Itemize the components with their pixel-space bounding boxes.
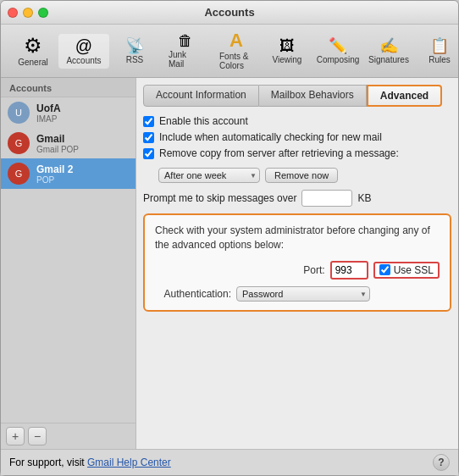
prompt-label: Prompt me to skip messages over xyxy=(143,192,296,204)
accounts-icon: @ xyxy=(75,37,92,54)
avatar-gmail2: G xyxy=(8,163,30,185)
tab-mailbox-behaviors[interactable]: Mailbox Behaviors xyxy=(259,85,367,107)
remove-now-button[interactable]: Remove now xyxy=(265,168,338,183)
acct-type-gmail2: POP xyxy=(36,175,73,185)
toolbar-item-general[interactable]: ⚙ General xyxy=(8,32,58,70)
titlebar: Accounts xyxy=(1,1,458,25)
toolbar-item-fonts-colors[interactable]: A Fonts & Colors xyxy=(211,28,262,74)
gear-icon: ⚙ xyxy=(24,36,42,56)
remove-after-select[interactable]: After one week Right away After one day … xyxy=(158,168,260,183)
help-button[interactable]: ? xyxy=(433,454,450,471)
traffic-lights xyxy=(8,8,48,18)
tab-bar: Account Information Mailbox Behaviors Ad… xyxy=(143,85,451,107)
enable-account-checkbox[interactable] xyxy=(143,116,154,127)
authentication-row: Authentication: Password MD5 Challenge-R… xyxy=(155,286,440,302)
acct-info-gmail2: Gmail 2 POP xyxy=(36,163,73,185)
maximize-button[interactable] xyxy=(38,8,48,18)
sidebar: Accounts U UofA IMAP G Gmail Gmail POP G… xyxy=(1,78,136,449)
authentication-select-wrapper: Password MD5 Challenge-Response NTLM Ker… xyxy=(236,286,370,302)
window: Accounts ⚙ General @ Accounts 📡 RSS 🗑 Ju… xyxy=(0,0,459,476)
advanced-note: Check with your system administrator bef… xyxy=(155,224,440,252)
include-auto-check-row: Include when automatically checking for … xyxy=(143,131,451,143)
sidebar-footer: + − xyxy=(1,423,135,449)
junk-mail-icon: 🗑 xyxy=(178,33,193,48)
toolbar-label-composing: Composing xyxy=(317,55,360,64)
main-content: Accounts U UofA IMAP G Gmail Gmail POP G… xyxy=(1,78,458,449)
tab-advanced[interactable]: Advanced xyxy=(367,85,442,107)
composing-icon: ✏️ xyxy=(329,38,347,53)
support-prefix: For support, visit xyxy=(9,457,87,468)
detail-panel: Account Information Mailbox Behaviors Ad… xyxy=(136,78,458,449)
remove-copy-row: Remove copy from server after retrieving… xyxy=(143,147,451,159)
toolbar-label-signatures: Signatures xyxy=(368,55,409,64)
prompt-input[interactable] xyxy=(301,190,352,207)
toolbar-item-rules[interactable]: 📋 Rules xyxy=(414,35,459,68)
toolbar-item-signatures[interactable]: ✍️ Signatures xyxy=(363,35,414,68)
include-auto-check-checkbox[interactable] xyxy=(143,132,154,143)
port-input[interactable] xyxy=(330,261,368,280)
toolbar-item-viewing[interactable]: 🖼 Viewing xyxy=(262,35,312,68)
add-account-button[interactable]: + xyxy=(6,427,25,446)
tab-account-information[interactable]: Account Information xyxy=(143,85,259,107)
acct-info-uofa: UofA IMAP xyxy=(36,102,61,124)
toolbar-label-accounts: Accounts xyxy=(66,56,101,65)
acct-type-gmail: Gmail POP xyxy=(36,145,79,154)
toolbar-label-general: General xyxy=(18,58,48,67)
acct-name-gmail: Gmail xyxy=(36,133,79,145)
toolbar-item-accounts[interactable]: @ Accounts xyxy=(58,34,109,69)
sidebar-item-uofa[interactable]: U UofA IMAP xyxy=(1,97,135,128)
toolbar-item-rss[interactable]: 📡 RSS xyxy=(109,35,160,68)
port-label: Port: xyxy=(249,264,325,276)
ssl-checkbox[interactable] xyxy=(379,264,390,275)
authentication-select[interactable]: Password MD5 Challenge-Response NTLM Ker… xyxy=(236,286,370,302)
kb-label: KB xyxy=(357,192,371,204)
gmail-help-center-link[interactable]: Gmail Help Center xyxy=(87,457,171,468)
toolbar-label-rss: RSS xyxy=(126,55,144,64)
toolbar-label-junk-mail: Junk Mail xyxy=(169,50,202,69)
rules-icon: 📋 xyxy=(430,38,449,53)
minimize-button[interactable] xyxy=(23,8,33,18)
checkboxes-section: Enable this account Include when automat… xyxy=(143,115,451,159)
remove-after-row: After one week Right away After one day … xyxy=(158,168,451,183)
acct-name-uofa: UofA xyxy=(36,102,61,114)
window-title: Accounts xyxy=(204,6,254,19)
signatures-icon: ✍️ xyxy=(379,38,398,53)
remove-copy-label: Remove copy from server after retrieving… xyxy=(159,147,399,159)
toolbar-item-junk-mail[interactable]: 🗑 Junk Mail xyxy=(160,30,211,72)
status-bar: For support, visit Gmail Help Center ? xyxy=(1,449,458,475)
enable-account-label: Enable this account xyxy=(159,115,248,127)
remove-after-select-wrapper: After one week Right away After one day … xyxy=(158,168,260,183)
acct-name-gmail2: Gmail 2 xyxy=(36,163,73,175)
support-text: For support, visit Gmail Help Center xyxy=(9,457,171,468)
ssl-label: Use SSL xyxy=(394,264,434,276)
sidebar-item-gmail[interactable]: G Gmail Gmail POP xyxy=(1,128,135,158)
toolbar-label-rules: Rules xyxy=(429,55,451,64)
authentication-label: Authentication: xyxy=(155,288,231,300)
remove-copy-checkbox[interactable] xyxy=(143,148,154,159)
prompt-row: Prompt me to skip messages over KB xyxy=(143,190,451,207)
toolbar-label-fonts-colors: Fonts & Colors xyxy=(219,52,253,70)
advanced-section: Check with your system administrator bef… xyxy=(143,213,451,312)
viewing-icon: 🖼 xyxy=(279,38,295,53)
close-button[interactable] xyxy=(8,8,18,18)
ssl-checkbox-wrap: Use SSL xyxy=(373,262,440,279)
avatar-gmail: G xyxy=(8,132,30,154)
port-row: Port: Use SSL xyxy=(155,261,440,280)
sidebar-header: Accounts xyxy=(1,78,135,97)
toolbar-label-viewing: Viewing xyxy=(273,55,302,64)
toolbar: ⚙ General @ Accounts 📡 RSS 🗑 Junk Mail A… xyxy=(1,25,458,78)
enable-account-row: Enable this account xyxy=(143,115,451,127)
avatar-uofa: U xyxy=(8,102,30,124)
include-auto-check-label: Include when automatically checking for … xyxy=(159,131,382,143)
remove-account-button[interactable]: − xyxy=(28,427,47,446)
sidebar-item-gmail2[interactable]: G Gmail 2 POP xyxy=(1,158,135,189)
rss-icon: 📡 xyxy=(125,38,144,53)
fonts-colors-icon: A xyxy=(230,31,243,50)
acct-info-gmail: Gmail Gmail POP xyxy=(36,133,79,154)
toolbar-item-composing[interactable]: ✏️ Composing xyxy=(312,35,363,68)
acct-type-uofa: IMAP xyxy=(36,114,61,124)
